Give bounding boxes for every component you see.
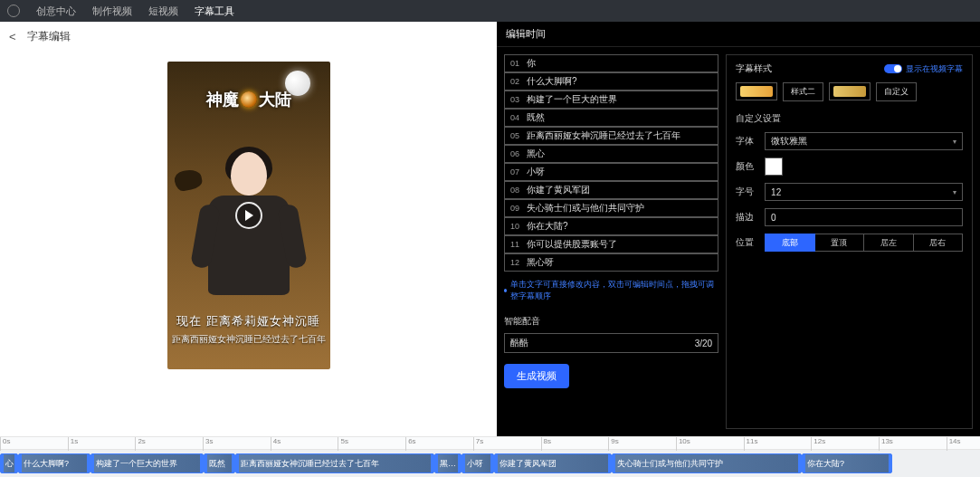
page-title: 字幕编辑 bbox=[27, 29, 71, 44]
pos-top[interactable]: 置顶 bbox=[815, 234, 864, 252]
style-preset-grid: 样式二 自定义 bbox=[736, 82, 963, 101]
subtitle-index: 10 bbox=[510, 222, 527, 231]
clip-handle-right[interactable] bbox=[889, 454, 892, 472]
timeline-clip[interactable]: 失心骑士们或与他们共同守护 bbox=[612, 453, 802, 473]
clip-handle-left[interactable] bbox=[0, 454, 4, 472]
ruler-tick: 3s bbox=[203, 437, 213, 451]
clip-handle-left[interactable] bbox=[235, 454, 239, 472]
timeline-clip[interactable]: 距离西丽娅女神沉睡已经过去了七百年 bbox=[235, 453, 434, 473]
subtitle-text: 你在大陆? bbox=[527, 220, 568, 233]
nav-make[interactable]: 制作视频 bbox=[92, 5, 132, 18]
subtitle-text: 你可以提供股票账号了 bbox=[527, 238, 617, 251]
main-area: < 字幕编辑 神魔大陆 现在 距离希莉娅女神沉睡 距离西丽娅女神沉睡已经过去了七… bbox=[0, 22, 980, 436]
subtitle-row[interactable]: 03构建了一个巨大的世界 bbox=[504, 91, 718, 109]
voice-count: 3/20 bbox=[695, 339, 712, 348]
ruler-tick: 1s bbox=[68, 437, 78, 451]
subtitle-text: 失心骑士们或与他们共同守护 bbox=[527, 202, 644, 215]
timeline-ruler[interactable]: 0s1s2s3s4s5s6s7s8s9s10s11s12s13s14s bbox=[0, 436, 980, 450]
timeline-clip[interactable]: 心 bbox=[0, 453, 18, 473]
generate-video-button[interactable]: 生成视频 bbox=[504, 364, 569, 388]
pos-bottom[interactable]: 底部 bbox=[765, 234, 814, 252]
subtitle-index: 12 bbox=[510, 258, 527, 267]
subtitle-row[interactable]: 11你可以提供股票账号了 bbox=[504, 235, 718, 253]
play-button[interactable] bbox=[235, 202, 262, 229]
clip-handle-left[interactable] bbox=[612, 454, 615, 472]
subtitle-row[interactable]: 06黑心 bbox=[504, 145, 718, 163]
style-preset-2[interactable]: 样式二 bbox=[783, 82, 823, 101]
nav-subtitle-tool[interactable]: 字幕工具 bbox=[195, 5, 234, 18]
clip-handle-left[interactable] bbox=[461, 454, 465, 472]
subtitle-index: 07 bbox=[510, 167, 527, 176]
timeline: 0s1s2s3s4s5s6s7s8s9s10s11s12s13s14s 心什么大… bbox=[0, 436, 980, 477]
subtitle-row[interactable]: 07小呀 bbox=[504, 163, 718, 181]
timeline-clip[interactable]: 既然 bbox=[204, 453, 235, 473]
clip-handle-left[interactable] bbox=[434, 454, 438, 472]
logo-icon bbox=[7, 5, 20, 17]
stroke-input[interactable]: 0 bbox=[765, 208, 963, 226]
pos-left[interactable]: 居左 bbox=[864, 234, 913, 252]
nav-short[interactable]: 短视频 bbox=[148, 5, 178, 18]
style-column: 字幕样式 显示在视频字幕 样式二 自定义 自定义设置 字体 微软 bbox=[726, 54, 973, 429]
ruler-tick: 14s bbox=[947, 437, 961, 451]
subtitle-row[interactable]: 08你建了黄风军团 bbox=[504, 181, 718, 199]
timeline-clip[interactable]: 什么大脚啊? bbox=[18, 453, 90, 473]
position-label: 位置 bbox=[736, 236, 759, 249]
ruler-tick: 9s bbox=[608, 437, 618, 451]
subtitle-text: 既然 bbox=[527, 111, 545, 124]
show-subtitle-toggle[interactable]: 显示在视频字幕 bbox=[884, 63, 963, 75]
orb-icon bbox=[241, 91, 257, 108]
subtitle-text: 你 bbox=[527, 57, 536, 70]
size-select[interactable]: 12 ▾ bbox=[765, 183, 963, 201]
voice-section-label: 智能配音 bbox=[504, 315, 718, 328]
timeline-clip[interactable]: 黑… bbox=[434, 453, 461, 473]
subtitle-text: 黑心 bbox=[527, 148, 545, 160]
ruler-tick: 4s bbox=[271, 437, 281, 451]
subtitle-row[interactable]: 01你 bbox=[504, 54, 718, 72]
voice-selector[interactable]: 酷酷 3/20 bbox=[504, 333, 718, 353]
ruler-tick: 5s bbox=[338, 437, 347, 451]
nav-creative[interactable]: 创意中心 bbox=[36, 5, 76, 18]
timeline-clip[interactable]: 你建了黄风军团 bbox=[494, 453, 612, 473]
stroke-label: 描边 bbox=[736, 211, 759, 224]
subtitle-row[interactable]: 09失心骑士们或与他们共同守护 bbox=[504, 199, 718, 217]
style-preset-1[interactable] bbox=[736, 82, 777, 100]
clip-handle-left[interactable] bbox=[802, 454, 805, 472]
subtitle-text: 黑心呀 bbox=[527, 256, 554, 269]
ruler-tick: 12s bbox=[811, 437, 825, 451]
clip-handle-left[interactable] bbox=[90, 454, 94, 472]
ruler-tick: 6s bbox=[405, 437, 415, 451]
timeline-clip[interactable]: 构建了一个巨大的世界 bbox=[90, 453, 204, 473]
clip-handle-left[interactable] bbox=[204, 454, 207, 472]
nav-tabs: 创意中心 制作视频 短视频 字幕工具 bbox=[36, 5, 234, 18]
game-title: 神魔大陆 bbox=[167, 89, 330, 110]
clip-handle-left[interactable] bbox=[18, 454, 22, 472]
toggle-switch-icon bbox=[884, 64, 902, 73]
ruler-tick: 11s bbox=[744, 437, 758, 451]
subtitle-row[interactable]: 04既然 bbox=[504, 109, 718, 127]
subtitle-row[interactable]: 05距离西丽娅女神沉睡已经过去了七百年 bbox=[504, 127, 718, 145]
subtitle-list-column: 01你02什么大脚啊?03构建了一个巨大的世界04既然05距离西丽娅女神沉睡已经… bbox=[497, 47, 726, 436]
font-select[interactable]: 微软雅黑 ▾ bbox=[765, 132, 963, 150]
back-button[interactable]: < bbox=[9, 30, 16, 43]
color-label: 颜色 bbox=[736, 160, 759, 173]
ruler-tick: 10s bbox=[676, 437, 690, 451]
timeline-clip[interactable]: 你在大陆? bbox=[802, 453, 892, 473]
caption-primary: 现在 距离希莉娅女神沉睡 bbox=[167, 313, 330, 329]
subtitle-index: 06 bbox=[510, 149, 527, 158]
subtitle-row[interactable]: 12黑心呀 bbox=[504, 253, 718, 272]
info-dot-icon bbox=[504, 289, 507, 292]
video-preview[interactable]: 神魔大陆 现在 距离希莉娅女神沉睡 距离西丽娅女神沉睡已经过去了七百年 bbox=[167, 62, 330, 369]
ruler-tick: 8s bbox=[541, 437, 551, 451]
clip-handle-left[interactable] bbox=[494, 454, 498, 472]
voice-name: 酷酷 bbox=[510, 337, 528, 349]
subtitle-row[interactable]: 02什么大脚啊? bbox=[504, 72, 718, 91]
timeline-track[interactable]: 心什么大脚啊?构建了一个巨大的世界既然距离西丽娅女神沉睡已经过去了七百年黑…小呀… bbox=[0, 450, 980, 477]
subtitle-row[interactable]: 10你在大陆? bbox=[504, 217, 718, 235]
subtitle-index: 03 bbox=[510, 95, 527, 104]
pos-right[interactable]: 居右 bbox=[914, 234, 963, 252]
right-panel-title: 编辑时间 bbox=[497, 22, 980, 47]
color-picker[interactable] bbox=[765, 157, 783, 176]
style-preset-3[interactable] bbox=[829, 82, 871, 100]
style-preset-4[interactable]: 自定义 bbox=[876, 82, 917, 101]
timeline-clip[interactable]: 小呀 bbox=[461, 453, 494, 473]
